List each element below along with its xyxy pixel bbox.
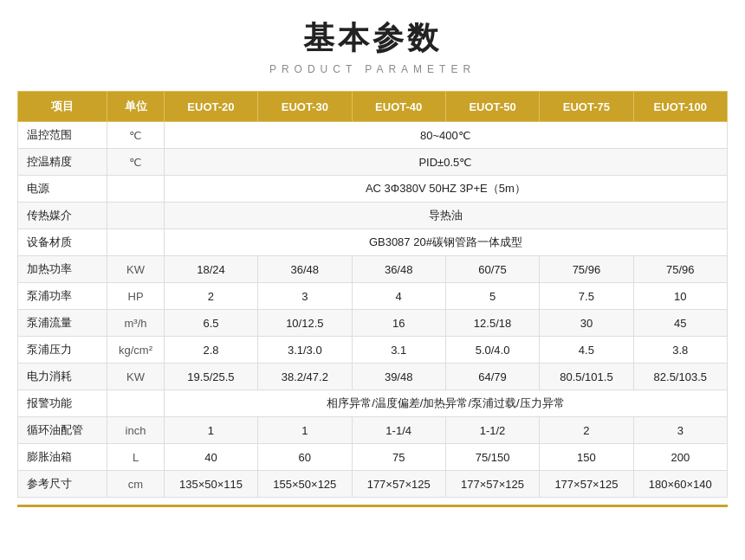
row-span-value: AC 3Φ380V 50HZ 3P+E（5m） (164, 176, 727, 203)
row-unit: HP (107, 283, 165, 310)
row-label: 泵浦压力 (18, 337, 107, 364)
bottom-decoration (17, 505, 728, 507)
row-value: 7.5 (540, 283, 633, 310)
header-cell: EUOT-40 (352, 92, 445, 122)
header-cell: EUOT-50 (445, 92, 539, 122)
row-value: 1 (164, 417, 257, 444)
row-value: 4.5 (540, 337, 633, 364)
row-label: 泵浦功率 (18, 283, 107, 310)
row-unit (107, 229, 165, 256)
table-row: 泵浦压力kg/cm²2.83.1/3.03.15.0/4.04.53.8 (18, 337, 728, 364)
header-cell: 项目 (18, 92, 107, 122)
row-value: 60 (258, 444, 352, 471)
row-value: 1 (258, 417, 352, 444)
row-value: 75/96 (633, 256, 727, 283)
row-value: 177×57×125 (540, 471, 633, 498)
row-unit: cm (107, 471, 165, 498)
table-row: 报警功能相序异常/温度偏差/加热异常/泵浦过载/压力异常 (18, 390, 728, 417)
row-label: 报警功能 (18, 390, 107, 417)
row-unit (107, 390, 165, 417)
table-row: 泵浦功率HP23457.510 (18, 283, 728, 310)
row-value: 19.5/25.5 (164, 364, 257, 390)
row-value: 3.8 (633, 337, 727, 364)
row-label: 传热媒介 (18, 203, 107, 229)
row-span-value: 80~400℃ (164, 122, 727, 149)
row-value: 82.5/103.5 (633, 364, 727, 390)
parameter-table: 项目单位EUOT-20EUOT-30EUOT-40EUOT-50EUOT-75E… (17, 91, 728, 498)
row-span-value: GB3087 20#碳钢管路一体成型 (164, 229, 727, 256)
row-value: 45 (633, 310, 727, 337)
table-row: 循环油配管inch111-1/41-1/223 (18, 417, 728, 444)
row-value: 75/150 (445, 444, 539, 471)
row-value: 2.8 (164, 337, 257, 364)
row-unit: m³/h (107, 310, 165, 337)
row-label: 膨胀油箱 (18, 444, 107, 471)
row-value: 1-1/2 (445, 417, 539, 444)
row-value: 40 (164, 444, 257, 471)
row-span-value: 导热油 (164, 203, 727, 229)
row-value: 177×57×125 (352, 471, 445, 498)
row-unit: L (107, 444, 165, 471)
row-value: 4 (352, 283, 445, 310)
row-value: 200 (633, 444, 727, 471)
row-span-value: 相序异常/温度偏差/加热异常/泵浦过载/压力异常 (164, 390, 727, 417)
header-cell: EUOT-20 (164, 92, 257, 122)
row-value: 10/12.5 (258, 310, 352, 337)
row-span-value: PID±0.5℃ (164, 149, 727, 176)
table-row: 膨胀油箱L40607575/150150200 (18, 444, 728, 471)
row-unit: KW (107, 364, 165, 390)
table-row: 控温精度℃PID±0.5℃ (18, 149, 728, 176)
row-value: 6.5 (164, 310, 257, 337)
row-value: 155×50×125 (258, 471, 352, 498)
row-label: 循环油配管 (18, 417, 107, 444)
table-row: 参考尺寸cm135×50×115155×50×125177×57×125177×… (18, 471, 728, 498)
row-label: 控温精度 (18, 149, 107, 176)
page-subtitle: PRODUCT PARAMETER (269, 63, 476, 75)
row-value: 177×57×125 (445, 471, 539, 498)
row-value: 3 (258, 283, 352, 310)
page-title: 基本参数 (303, 17, 442, 60)
row-unit (107, 203, 165, 229)
row-label: 电力消耗 (18, 364, 107, 390)
header-cell: 单位 (107, 92, 165, 122)
row-unit: ℃ (107, 149, 165, 176)
row-value: 80.5/101.5 (540, 364, 633, 390)
table-row: 传热媒介导热油 (18, 203, 728, 229)
table-body: 温控范围℃80~400℃控温精度℃PID±0.5℃电源AC 3Φ380V 50H… (18, 122, 728, 498)
row-value: 38.2/47.2 (258, 364, 352, 390)
row-value: 3 (633, 417, 727, 444)
row-value: 60/75 (445, 256, 539, 283)
table-row: 电源AC 3Φ380V 50HZ 3P+E（5m） (18, 176, 728, 203)
row-label: 温控范围 (18, 122, 107, 149)
row-value: 36/48 (352, 256, 445, 283)
row-unit: ℃ (107, 122, 165, 149)
row-unit: KW (107, 256, 165, 283)
row-label: 加热功率 (18, 256, 107, 283)
row-value: 39/48 (352, 364, 445, 390)
row-value: 3.1 (352, 337, 445, 364)
table-row: 加热功率KW18/2436/4836/4860/7575/9675/96 (18, 256, 728, 283)
row-unit: kg/cm² (107, 337, 165, 364)
row-label: 设备材质 (18, 229, 107, 256)
row-value: 30 (540, 310, 633, 337)
row-value: 12.5/18 (445, 310, 539, 337)
row-value: 5 (445, 283, 539, 310)
row-value: 150 (540, 444, 633, 471)
row-value: 75/96 (540, 256, 633, 283)
row-value: 2 (164, 283, 257, 310)
row-value: 135×50×115 (164, 471, 257, 498)
row-value: 75 (352, 444, 445, 471)
header-cell: EUOT-30 (258, 92, 352, 122)
row-unit: inch (107, 417, 165, 444)
table-row: 设备材质GB3087 20#碳钢管路一体成型 (18, 229, 728, 256)
row-label: 参考尺寸 (18, 471, 107, 498)
row-value: 10 (633, 283, 727, 310)
row-value: 180×60×140 (633, 471, 727, 498)
table-row: 温控范围℃80~400℃ (18, 122, 728, 149)
row-value: 36/48 (258, 256, 352, 283)
row-label: 电源 (18, 176, 107, 203)
row-value: 18/24 (164, 256, 257, 283)
row-value: 1-1/4 (352, 417, 445, 444)
header-cell: EUOT-100 (633, 92, 727, 122)
row-unit (107, 176, 165, 203)
